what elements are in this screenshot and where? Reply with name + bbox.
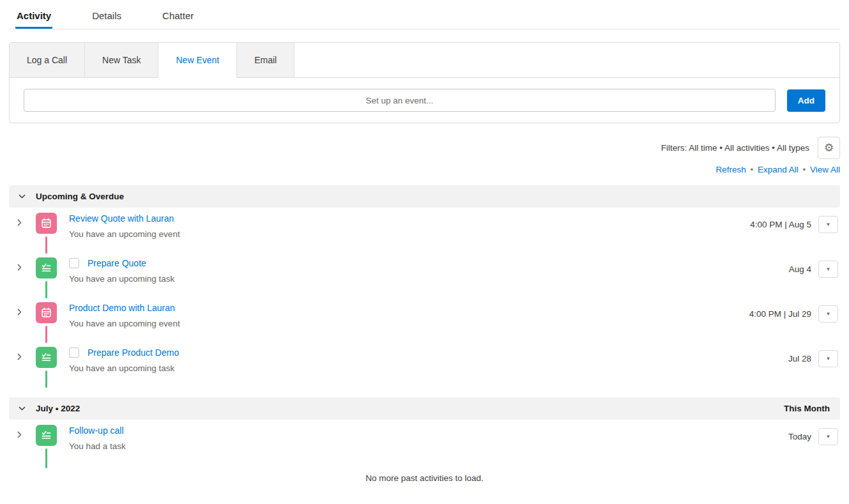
task-icon	[36, 347, 57, 368]
expand-row-chevron-icon[interactable]	[15, 431, 24, 441]
expand-row-chevron-icon[interactable]	[15, 218, 24, 229]
row-actions-dropdown-button[interactable]: ▼	[818, 350, 838, 367]
row-actions-dropdown-button[interactable]: ▼	[818, 428, 838, 445]
chevron-down-icon: ▼	[826, 434, 831, 439]
timeline-icon-wrap	[36, 347, 57, 368]
row-actions-dropdown-button[interactable]: ▼	[818, 261, 838, 278]
no-more-activities-message: No more past activities to load.	[9, 473, 840, 483]
task-icon	[36, 257, 57, 279]
refresh-link[interactable]: Refresh	[715, 165, 746, 174]
expand-row-chevron-icon[interactable]	[15, 353, 24, 363]
timeline-connector	[45, 281, 47, 298]
expand-row-chevron-icon[interactable]	[15, 308, 24, 318]
tab-new-event[interactable]: New Event	[158, 43, 237, 78]
tab-chatter[interactable]: Chatter	[161, 9, 195, 29]
filters-settings-button[interactable]: ⚙	[818, 137, 840, 159]
filters-row: Filters: All time • All activities • All…	[9, 137, 840, 159]
dot-separator: •	[751, 165, 753, 174]
view-all-link[interactable]: View All	[810, 165, 840, 174]
section-header-july-2022[interactable]: July • 2022 This Month	[9, 397, 840, 420]
timeline-item: Follow-up call You had a task Today ▼	[9, 420, 840, 464]
section-right-label: This Month	[784, 404, 830, 413]
tab-email[interactable]: Email	[237, 43, 294, 78]
activity-title-link[interactable]: Review Quote with Lauran	[69, 213, 174, 224]
activity-title-link[interactable]: Follow-up call	[69, 425, 124, 436]
composer-tabs: Log a Call New Task New Event Email	[10, 43, 839, 78]
activity-subtitle: You have an upcoming task	[69, 274, 174, 284]
activity-date: Today	[788, 432, 811, 441]
activity-title-link[interactable]: Prepare Quote	[88, 258, 146, 268]
chevron-down-icon	[18, 404, 26, 413]
activity-subtitle: You have an upcoming event	[69, 319, 180, 328]
timeline-connector	[45, 236, 47, 254]
record-tabs: Activity Details Chatter	[9, 0, 840, 29]
row-actions-dropdown-button[interactable]: ▼	[818, 305, 838, 323]
activity-subtitle: You have an upcoming task	[69, 363, 179, 373]
tab-details[interactable]: Details	[91, 9, 123, 29]
section-title: Upcoming & Overdue	[36, 192, 124, 201]
activity-title-link[interactable]: Product Demo with Lauran	[69, 303, 175, 313]
timeline-item: Product Demo with Lauran You have an upc…	[9, 297, 840, 342]
chevron-down-icon: ▼	[826, 356, 831, 362]
timeline-icon-wrap	[36, 302, 57, 323]
activity-subtitle: You had a task	[69, 441, 126, 451]
composer-tabs-filler	[294, 43, 839, 78]
chevron-down-icon: ▼	[826, 266, 831, 272]
event-icon	[36, 302, 57, 323]
tab-new-task[interactable]: New Task	[85, 43, 158, 78]
dot-separator: •	[803, 165, 806, 174]
event-icon	[36, 213, 57, 234]
task-complete-checkbox[interactable]	[69, 347, 79, 358]
timeline-icon-wrap	[36, 213, 57, 234]
event-input[interactable]	[24, 89, 776, 112]
timeline-item: Review Quote with Lauran You have an upc…	[9, 208, 840, 252]
timeline-connector	[45, 370, 47, 388]
task-complete-checkbox[interactable]	[69, 258, 79, 268]
chevron-down-icon	[18, 192, 26, 201]
activity-date: Aug 4	[789, 264, 811, 274]
activity-subtitle: You have an upcoming event	[69, 229, 180, 239]
tab-log-a-call[interactable]: Log a Call	[10, 43, 85, 78]
timeline-item: Prepare Product Demo You have an upcomin…	[9, 342, 840, 386]
section-header-upcoming-overdue[interactable]: Upcoming & Overdue	[9, 185, 840, 208]
activity-composer-card: Log a Call New Task New Event Email Add	[9, 42, 840, 123]
timeline-actions-row: Refresh • Expand All • View All	[9, 165, 840, 174]
row-actions-dropdown-button[interactable]: ▼	[818, 216, 838, 233]
expand-all-link[interactable]: Expand All	[758, 165, 799, 174]
chevron-down-icon: ▼	[826, 311, 831, 317]
timeline-icon-wrap	[36, 425, 57, 446]
filters-summary: Filters: All time • All activities • All…	[661, 143, 809, 153]
activity-date: Jul 28	[788, 354, 811, 363]
activity-date: 4:00 PM | Aug 5	[750, 220, 811, 229]
activity-date: 4:00 PM | Jul 29	[749, 309, 811, 319]
chevron-down-icon: ▼	[826, 222, 831, 227]
composer-body: Add	[10, 78, 839, 123]
section-title: July • 2022	[36, 404, 80, 413]
timeline-icon-wrap	[36, 257, 57, 279]
gear-icon: ⚙	[824, 142, 834, 154]
expand-row-chevron-icon[interactable]	[15, 263, 24, 273]
activity-panel: Activity Details Chatter Log a Call New …	[0, 0, 849, 483]
task-icon	[36, 425, 57, 446]
add-button[interactable]: Add	[787, 89, 825, 112]
tab-activity[interactable]: Activity	[15, 9, 52, 29]
timeline-item: Prepare Quote You have an upcoming task …	[9, 252, 840, 297]
activity-title-link[interactable]: Prepare Product Demo	[88, 347, 179, 358]
timeline-connector	[45, 326, 47, 343]
timeline-connector	[45, 448, 47, 468]
